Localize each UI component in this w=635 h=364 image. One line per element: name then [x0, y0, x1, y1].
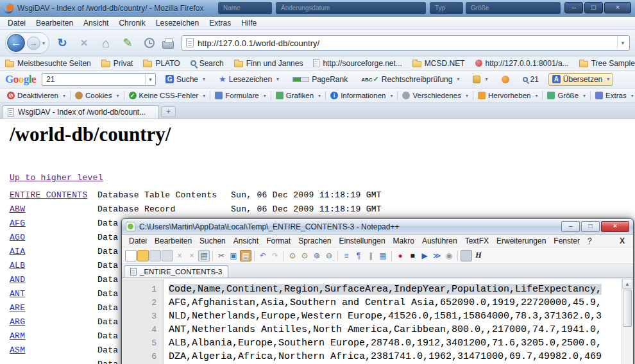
npp-editor[interactable]: 123456 Code,Name,Continent,Region,Surfac…	[123, 279, 632, 364]
close-all-icon[interactable]: ×	[186, 250, 198, 261]
open-folder-icon[interactable]	[137, 250, 149, 261]
cut-icon[interactable]: ✂	[216, 250, 227, 261]
scrollbar-thumb[interactable]	[623, 290, 632, 327]
bookmark-item-6[interactable]: http://sourceforge.net...	[313, 59, 402, 68]
up-link[interactable]: Up to higher level	[10, 173, 103, 183]
npp-menu-item-3[interactable]: Suchen	[196, 235, 230, 247]
user-panel-icon[interactable]: ▦	[377, 250, 389, 261]
webdev-7-button[interactable]: Verschiedenes	[398, 90, 471, 101]
row-link[interactable]: AFG	[10, 219, 25, 228]
webdev-6-button[interactable]: iInformationen	[326, 90, 396, 101]
forward-button[interactable]	[27, 37, 40, 50]
scroll-up-button[interactable]: ▲	[622, 279, 632, 289]
row-link[interactable]: ENTIRE CONTENTS	[10, 190, 88, 200]
menu-item-7[interactable]: Hilfe	[236, 17, 262, 29]
menu-item-6[interactable]: Extras	[204, 17, 236, 29]
history-dropdown-icon[interactable]	[42, 40, 45, 46]
gtb-highlight-button[interactable]	[498, 74, 513, 85]
url-dropdown-button[interactable]	[617, 37, 628, 49]
save-icon[interactable]	[149, 250, 161, 261]
find-icon[interactable]: ⊙	[287, 250, 298, 261]
bookmark-item-8[interactable]: http://127.0.0.1:8001/a...	[475, 59, 569, 68]
indent-guides-icon[interactable]: ∥	[365, 250, 377, 261]
maximize-button[interactable]: □	[584, 2, 603, 13]
close-document-x[interactable]: X	[614, 235, 630, 247]
bookmark-item-1[interactable]: Meistbesuchte Seiten	[5, 59, 91, 68]
bookmark-item-5[interactable]: Finn und Jannes	[234, 59, 303, 68]
bookmark-item-9[interactable]: Tree Samples	[579, 59, 635, 68]
webdev-9-button[interactable]: Größe	[543, 90, 589, 101]
webdev-8-button[interactable]: Hervorheben	[474, 90, 542, 101]
google-search-box[interactable]: 21	[42, 73, 156, 86]
menu-item-5[interactable]: Lesezeichen	[151, 17, 204, 29]
reload-button[interactable]	[53, 36, 71, 50]
print-button[interactable]	[162, 41, 174, 49]
row-link[interactable]: AIA	[10, 247, 25, 256]
webdev-4-button[interactable]: Formulare	[211, 90, 269, 101]
row-link[interactable]: ABW	[10, 204, 25, 214]
bookmark-item-3[interactable]: PLATO	[143, 59, 180, 68]
maximize-button[interactable]: □	[581, 221, 600, 232]
npp-menu-item-13[interactable]: ?	[584, 235, 596, 247]
webdev-5-button[interactable]: Grafiken	[272, 90, 325, 101]
zoom-in-icon[interactable]: ⊕	[311, 250, 323, 261]
menu-item-3[interactable]: Ansicht	[78, 17, 114, 29]
home-button[interactable]	[97, 36, 115, 51]
save-all-icon[interactable]	[162, 250, 173, 261]
new-file-icon[interactable]	[125, 250, 137, 261]
html-preview-icon[interactable]: H	[473, 250, 484, 261]
row-link[interactable]: ALB	[10, 261, 25, 270]
gtb-pagerank-button[interactable]: PageRank	[289, 73, 351, 86]
minimize-button[interactable]: –	[561, 221, 580, 232]
minimize-button[interactable]: –	[564, 2, 583, 13]
save-macro-icon[interactable]: ◉	[443, 250, 455, 261]
npp-menu-item-11[interactable]: Erweiterungen	[493, 235, 550, 247]
clock-extension-icon[interactable]	[144, 38, 155, 48]
npp-menu-item-8[interactable]: Makro	[389, 235, 418, 247]
row-link[interactable]: AGO	[10, 233, 25, 242]
npp-menu-item-9[interactable]: Ausführen	[418, 235, 461, 247]
npp-menu-item-6[interactable]: Sprachen	[294, 235, 335, 247]
gtb-sitemap-button[interactable]	[469, 74, 491, 85]
row-link[interactable]: ARM	[10, 331, 25, 341]
close-button[interactable]: ×	[604, 2, 631, 13]
row-link[interactable]: ANT	[10, 289, 25, 299]
paste-icon[interactable]: ▤	[240, 250, 251, 261]
npp-menu-item-1[interactable]: Datei	[125, 235, 151, 247]
bookmark-item-4[interactable]: Search	[190, 59, 224, 68]
npp-menu-item-7[interactable]: Einstellungen	[335, 235, 389, 247]
menu-item-4[interactable]: Chronik	[114, 17, 150, 29]
undo-icon[interactable]: ↶	[257, 250, 269, 261]
vertical-scrollbar[interactable]: ▲ ▼	[622, 279, 632, 364]
back-button[interactable]	[7, 34, 25, 52]
quill-extension-icon[interactable]	[119, 36, 137, 50]
webdev-10-button[interactable]: Extras	[591, 90, 635, 101]
google-search-dropdown[interactable]	[145, 74, 155, 85]
close-button[interactable]: ×	[601, 221, 629, 232]
replace-icon[interactable]: ⊙	[299, 250, 310, 261]
menu-item-1[interactable]: Datei	[3, 17, 31, 29]
zoom-out-icon[interactable]: ⊖	[323, 250, 335, 261]
npp-menu-item-4[interactable]: Ansicht	[230, 235, 262, 247]
word-wrap-icon[interactable]: ≡	[341, 250, 352, 261]
row-link[interactable]: AND	[10, 275, 25, 285]
npp-titlebar[interactable]: C:\Users\Martin\AppData\Local\Temp\_ENTI…	[122, 219, 633, 235]
tab-wsgidav[interactable]: WsgiDAV - Index of /world-db/count...	[2, 105, 159, 119]
row-link[interactable]: ARG	[10, 317, 25, 327]
run-multi-icon[interactable]: ≫	[431, 250, 443, 261]
webdev-3-button[interactable]: ✓Keine CSS-Fehler	[125, 90, 210, 101]
gtb-translate-button[interactable]: AÜbersetzen	[548, 73, 613, 86]
npp-tab[interactable]: _ENTIRE_CONTENTS-3	[124, 265, 228, 277]
bookmark-item-2[interactable]: Privat	[101, 59, 133, 68]
url-bar[interactable]: http://127.0.0.1/world-db/country/	[182, 35, 630, 51]
bookmark-item-7[interactable]: MCSD.NET	[412, 59, 465, 68]
gtb-abc-button[interactable]: ABCRechtschreibprüfung	[357, 73, 463, 86]
npp-menu-item-2[interactable]: Bearbeiten	[151, 235, 196, 247]
print-icon[interactable]: ▤	[198, 250, 210, 261]
new-tab-button[interactable]: +	[161, 106, 176, 117]
gtb-magnifier-button[interactable]: 21	[519, 73, 543, 86]
webdev-2-button[interactable]: Cookies	[71, 90, 123, 101]
doc-monitor-icon[interactable]	[461, 250, 472, 261]
stop-button[interactable]	[75, 36, 93, 50]
row-link[interactable]: ASM	[10, 345, 25, 355]
